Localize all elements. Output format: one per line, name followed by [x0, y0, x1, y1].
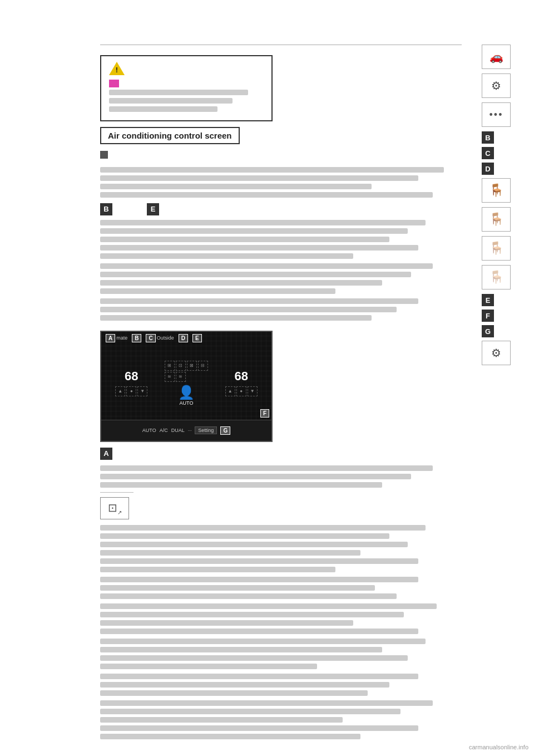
body-line-9b: [100, 647, 382, 652]
ac-temp-right-group: 68 ▲ ● ▼: [225, 369, 258, 397]
body-line-11c: [100, 717, 343, 723]
ac-bottom-ac: A/C: [160, 428, 168, 433]
body-line-4c: [100, 315, 372, 321]
sidebar-badge-e: E: [482, 294, 494, 306]
body-line-7c: [100, 593, 397, 599]
body-text-1: [100, 167, 462, 198]
ac-temp-right: 68: [225, 369, 258, 384]
body-line-11e: [100, 734, 360, 739]
body-line-1a: [100, 167, 444, 173]
body-line-9a: [100, 639, 426, 644]
badge-row-be: B E: [100, 203, 462, 215]
ac-vent-grid-right: ▲ ● ▼: [225, 386, 258, 397]
body-line-7b: [100, 585, 375, 591]
center-cell-3: ⊠: [187, 361, 197, 371]
seat-icon-3: 🪑: [489, 241, 504, 256]
seat-full-icon: 🪑: [489, 183, 504, 198]
body-text-9: [100, 639, 462, 669]
bottom-special-icon: ⊡↗: [108, 501, 122, 516]
body-text-10: [100, 674, 462, 696]
sidebar-icon-dots: •••: [482, 102, 511, 127]
pink-indicator: [109, 80, 119, 87]
body-text-11: [100, 700, 462, 739]
badge-e: E: [147, 203, 159, 215]
warning-header: [109, 62, 264, 75]
bottom-icon-box: ⊡↗: [100, 497, 129, 519]
ac-body: 68 ▲ ● ▼ ⊞ ⊡ ⊠ ⊟: [101, 347, 271, 419]
body-line-11b: [100, 709, 400, 714]
right-sidebar: 🚗 ⚙ ••• B C D 🪑 🪑 🪑 🪑 E: [478, 33, 534, 756]
body-text-2: [100, 220, 462, 259]
body-line-6e: [100, 558, 418, 564]
top-divider: [100, 45, 462, 45]
body-line-6a: [100, 525, 426, 531]
badge-a-row: A: [100, 448, 462, 460]
watermark-text: carmanualsonline.info: [469, 744, 528, 750]
sidebar-badge-g: G: [482, 325, 494, 337]
body-line-6c: [100, 542, 408, 547]
sidebar-icon-gear-2: ⚙: [482, 341, 511, 365]
body-text-3: [100, 263, 462, 294]
body-line-3b: [100, 272, 411, 277]
body-line-1c: [100, 184, 372, 189]
body-text-6: [100, 525, 462, 572]
gear-icon-2: ⚙: [491, 346, 501, 360]
sidebar-seat-icon-4: 🪑: [482, 265, 511, 289]
vent-cell-r1: ▲: [225, 386, 235, 396]
ac-vent-grid-left: ▲ ● ▼: [115, 386, 148, 397]
section-marker: [100, 151, 108, 159]
body-line-8c: [100, 620, 353, 626]
body-text-5: [100, 465, 462, 488]
center-cell-4: ⊟: [198, 361, 208, 371]
warning-triangle-icon: [109, 62, 125, 75]
ac-screen-image: A mate B C Outside D E 68: [100, 331, 273, 442]
ac-bottom-dual: DUAL: [171, 428, 185, 433]
ac-temp-left: 68: [115, 369, 148, 384]
page-container: Air conditioning control screen B E: [0, 0, 534, 756]
ac-badge-g-screen: G: [220, 426, 230, 435]
ac-badge-a: A: [106, 334, 115, 342]
ac-bottom-auto: AUTO: [142, 428, 156, 433]
body-text-8: [100, 603, 462, 634]
vent-cell-r3: ▼: [248, 386, 258, 396]
ac-settings-btn[interactable]: Setting: [195, 426, 217, 434]
body-line-4b: [100, 307, 397, 312]
body-line-7a: [100, 577, 418, 582]
body-line-2d: [100, 245, 418, 251]
section-heading: Air conditioning control screen: [100, 127, 240, 144]
ac-badge-d: D: [179, 334, 188, 342]
body-line-3d: [100, 288, 335, 294]
ac-badge-c-label: Outside: [157, 335, 174, 341]
vent-cell-1: ▲: [115, 386, 125, 396]
car-icon: 🚗: [490, 50, 503, 63]
main-content: Air conditioning control screen B E: [0, 0, 478, 756]
body-line-5a: [100, 465, 433, 471]
warning-text: [109, 90, 264, 112]
body-line-11a: [100, 700, 433, 706]
ac-badge-c: C: [146, 334, 155, 342]
ac-center-grid: ⊞ ⊡ ⊠ ⊟ ≋ ≋: [164, 360, 209, 382]
body-line-11d: [100, 725, 418, 731]
sidebar-seat-icon-2: 🪑: [482, 207, 511, 232]
body-line-1b: [100, 175, 418, 181]
body-line-9d: [100, 664, 317, 669]
center-cell-2: ⊡: [176, 361, 186, 371]
ac-temp-left-group: 68 ▲ ● ▼: [115, 369, 148, 397]
ac-badge-a-label: mate: [116, 335, 127, 341]
vent-cell-2: ●: [126, 386, 136, 396]
sidebar-icon-car: 🚗: [482, 45, 511, 69]
sidebar-icon-gear: ⚙: [482, 73, 511, 98]
ac-top-bar: A mate B C Outside D E: [101, 332, 271, 345]
badge-b: B: [100, 203, 112, 215]
dots-icon: •••: [490, 109, 503, 121]
center-cell-6: ≋: [176, 372, 186, 382]
body-line-6f: [100, 567, 335, 572]
body-line-8b: [100, 612, 404, 617]
center-cell-5: ≋: [165, 372, 175, 382]
warning-line-2: [109, 98, 233, 104]
vent-cell-r2: ●: [236, 386, 246, 396]
ac-center-group: ⊞ ⊡ ⊠ ⊟ ≋ ≋ 👤 AUTO: [164, 360, 209, 406]
body-line-3c: [100, 280, 382, 286]
ac-screen-inner: A mate B C Outside D E 68: [101, 332, 271, 441]
badge-a: A: [100, 448, 112, 460]
